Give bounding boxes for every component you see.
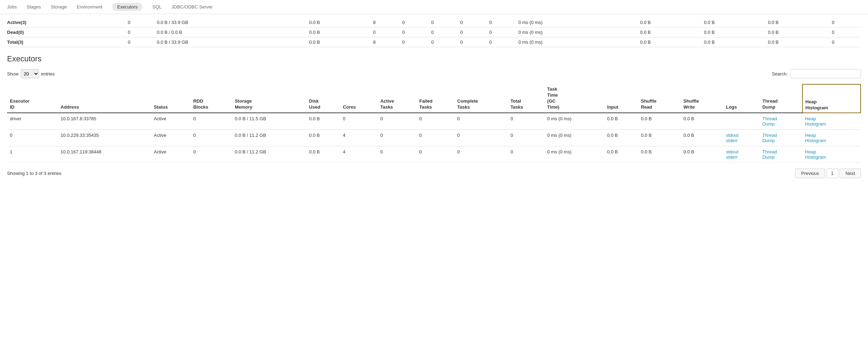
heap-histogram-link-1[interactable]: HeapHistogram xyxy=(805,149,826,160)
cell-heap-histogram: HeapHistogram xyxy=(802,113,861,130)
summary-total-cores: 8 xyxy=(373,37,402,47)
search-input[interactable] xyxy=(790,69,861,78)
cell-cores: 4 xyxy=(340,146,378,163)
summary-active-storage: 0.0 B / 33.9 GB xyxy=(157,18,309,28)
summary-row-active: Active(3) 0 0.0 B / 33.9 GB 0.0 B 8 0 0 … xyxy=(7,18,861,28)
nav-sql[interactable]: SQL xyxy=(152,1,161,12)
summary-dead-blacklisted: 0 xyxy=(832,28,861,37)
cell-rdd: 0 xyxy=(190,146,232,163)
cell-failed: 0 xyxy=(416,113,454,130)
stderr-link-0[interactable]: stderr xyxy=(726,138,738,143)
summary-total-label: Total(3) xyxy=(7,37,128,47)
heap-histogram-link-0[interactable]: HeapHistogram xyxy=(805,133,826,143)
col-complete-tasks[interactable]: CompleteTasks xyxy=(454,84,508,113)
cell-executor-id: 1 xyxy=(7,146,58,163)
summary-total-tasks: 0 xyxy=(489,37,518,47)
cell-active-tasks: 0 xyxy=(378,129,417,146)
stdout-link-1[interactable]: stdout xyxy=(726,149,738,154)
col-cores[interactable]: Cores xyxy=(340,84,378,113)
cell-active-tasks: 0 xyxy=(378,146,417,163)
summary-dead-total: 0 xyxy=(489,28,518,37)
cell-logs xyxy=(723,113,759,130)
cell-total: 0 xyxy=(508,113,544,130)
summary-active-blacklisted: 0 xyxy=(832,18,861,28)
summary-active-shuffle-read: 0.0 B xyxy=(704,18,768,28)
cell-address: 10.0.229.33:35435 xyxy=(58,129,151,146)
cell-thread-dump: ThreadDump xyxy=(759,146,802,163)
summary-total-disk: 0.0 B xyxy=(309,37,373,47)
cell-cores: 4 xyxy=(340,129,378,146)
summary-dead-shuffle-read: 0.0 B xyxy=(704,28,768,37)
summary-dead-label: Dead(0) xyxy=(7,28,128,37)
table-row: 0 10.0.229.33:35435 Active 0 0.0 B / 11.… xyxy=(7,129,861,146)
summary-dead-shuffle-write: 0.0 B xyxy=(768,28,832,37)
col-active-tasks[interactable]: ActiveTasks xyxy=(378,84,417,113)
cell-storage: 0.0 B / 11.2 GB xyxy=(232,146,306,163)
col-disk-used[interactable]: DiskUsed xyxy=(306,84,340,113)
col-storage-memory[interactable]: StorageMemory xyxy=(232,84,306,113)
thread-dump-link-driver[interactable]: ThreadDump xyxy=(762,116,777,127)
cell-storage: 0.0 B / 11.2 GB xyxy=(232,129,306,146)
executors-table: ExecutorID Address Status RDDBlocks Stor… xyxy=(7,84,861,163)
stderr-link-1[interactable]: stderr xyxy=(726,154,738,160)
cell-disk: 0.0 B xyxy=(306,129,340,146)
nav-executors[interactable]: Executors xyxy=(112,3,142,11)
col-failed-tasks[interactable]: FailedTasks xyxy=(416,84,454,113)
cell-logs: stdout stderr xyxy=(723,146,759,163)
col-shuffle-read[interactable]: ShuffleRead xyxy=(638,84,681,113)
summary-total-shuffle-read: 0.0 B xyxy=(704,37,768,47)
col-shuffle-write[interactable]: ShuffleWrite xyxy=(681,84,723,113)
page-number[interactable]: 1 xyxy=(826,169,838,178)
navigation-bar: Jobs Stages Storage Environment Executor… xyxy=(0,0,868,14)
thread-dump-link-0[interactable]: ThreadDump xyxy=(762,133,777,143)
cell-thread-dump: ThreadDump xyxy=(759,113,802,130)
summary-dead-cores: 0 xyxy=(373,28,402,37)
cell-executor-id: driver xyxy=(7,113,58,130)
nav-jdbc[interactable]: JDBC/ODBC Server xyxy=(171,1,213,12)
summary-row-total: Total(3) 0 0.0 B / 33.9 GB 0.0 B 8 0 0 0… xyxy=(7,37,861,47)
cell-input: 0.0 B xyxy=(604,146,638,163)
col-task-time[interactable]: TaskTime(GCTime) xyxy=(544,84,604,113)
search-box: Search: xyxy=(772,69,861,78)
col-total-tasks[interactable]: TotalTasks xyxy=(508,84,544,113)
stdout-link-0[interactable]: stdout xyxy=(726,133,738,138)
col-address[interactable]: Address xyxy=(58,84,151,113)
pagination-controls: Previous 1 Next xyxy=(795,169,861,178)
section-title: Executors xyxy=(7,54,861,63)
table-row: 1 10.0.167.119:38448 Active 0 0.0 B / 11… xyxy=(7,146,861,163)
summary-total-rdd: 0 xyxy=(128,37,157,47)
previous-button[interactable]: Previous xyxy=(795,169,825,178)
col-input[interactable]: Input xyxy=(604,84,638,113)
table-header-row: ExecutorID Address Status RDDBlocks Stor… xyxy=(7,84,861,113)
cell-rdd: 0 xyxy=(190,113,232,130)
summary-active-active-tasks: 0 xyxy=(402,18,431,28)
entries-select[interactable]: 10 20 50 100 xyxy=(21,69,39,78)
heap-histogram-link-driver[interactable]: HeapHistogram xyxy=(805,116,826,127)
cell-shuffle-read: 0.0 B xyxy=(638,146,681,163)
cell-failed: 0 xyxy=(416,146,454,163)
cell-thread-dump: ThreadDump xyxy=(759,129,802,146)
summary-active-rdd: 0 xyxy=(128,18,157,28)
summary-total-storage: 0.0 B / 33.9 GB xyxy=(157,37,309,47)
col-rdd-blocks[interactable]: RDDBlocks xyxy=(190,84,232,113)
col-executor-id[interactable]: ExecutorID xyxy=(7,84,58,113)
cell-input: 0.0 B xyxy=(604,129,638,146)
summary-dead-complete: 0 xyxy=(460,28,489,37)
summary-dead-rdd: 0 xyxy=(128,28,157,37)
cell-heap-histogram: HeapHistogram xyxy=(802,146,861,163)
main-content: Active(3) 0 0.0 B / 33.9 GB 0.0 B 8 0 0 … xyxy=(0,14,868,185)
cell-address: 10.0.167.8:33785 xyxy=(58,113,151,130)
nav-stages[interactable]: Stages xyxy=(26,1,41,12)
show-label: Show xyxy=(7,71,19,77)
next-button[interactable]: Next xyxy=(839,169,861,178)
cell-storage: 0.0 B / 11.5 GB xyxy=(232,113,306,130)
summary-dead-failed: 0 xyxy=(431,28,460,37)
nav-environment[interactable]: Environment xyxy=(77,1,103,12)
col-status[interactable]: Status xyxy=(151,84,190,113)
thread-dump-link-1[interactable]: ThreadDump xyxy=(762,149,777,160)
nav-jobs[interactable]: Jobs xyxy=(7,1,17,12)
cell-total: 0 xyxy=(508,129,544,146)
cell-heap-histogram: HeapHistogram xyxy=(802,129,861,146)
nav-storage[interactable]: Storage xyxy=(51,1,67,12)
table-controls: Show 10 20 50 100 entries Search: xyxy=(7,69,861,78)
